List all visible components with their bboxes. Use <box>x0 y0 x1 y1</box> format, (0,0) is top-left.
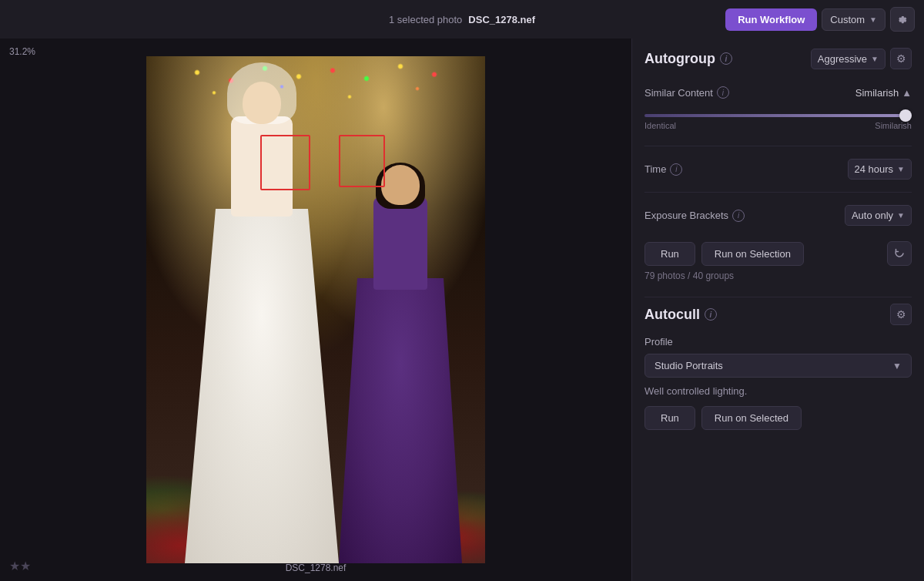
similar-content-info-icon[interactable]: i <box>717 86 729 99</box>
slider-label-min: Identical <box>644 121 676 130</box>
image-container <box>146 56 485 563</box>
exposure-brackets-dropdown[interactable]: Auto only ▼ <box>845 205 912 226</box>
topbar-center: 1 selected photo DSC_1278.nef <box>389 14 535 25</box>
similar-content-slider-section: Identical Similarish <box>644 105 912 139</box>
time-value: 24 hours <box>855 163 894 175</box>
autocull-gear-button[interactable]: ⚙ <box>890 304 912 325</box>
autogroup-title-group: Autogroup i <box>644 51 732 67</box>
time-row: Time i 24 hours ▼ <box>644 153 912 186</box>
bride-dress <box>185 209 339 563</box>
profile-dropdown-label: Studio Portraits <box>654 360 892 371</box>
slider-labels: Identical Similarish <box>644 121 912 130</box>
autogroup-info-icon[interactable]: i <box>720 52 732 65</box>
autocull-info-icon[interactable]: i <box>705 308 717 321</box>
custom-dropdown-label: Custom <box>830 14 865 25</box>
bride-head <box>243 82 281 124</box>
autogroup-preset-dropdown[interactable]: Aggressive ▼ <box>811 49 886 69</box>
similar-content-row: Similar Content i Similarish ▲ <box>644 80 912 105</box>
face-detection-box-1 <box>260 135 310 190</box>
divider-2 <box>644 192 912 193</box>
star-rating[interactable]: ★★ <box>9 559 31 573</box>
autogroup-preset-chevron: ▼ <box>871 55 879 63</box>
autogroup-gear-button[interactable]: ⚙ <box>890 48 912 69</box>
divider-1 <box>644 146 912 146</box>
custom-dropdown[interactable]: Custom ▼ <box>822 8 886 31</box>
bridesmaid-body <box>373 197 427 290</box>
exposure-brackets-chevron: ▼ <box>897 211 905 220</box>
autocull-section: Autocull i ⚙ Profile Studio Portraits ▼ … <box>644 304 912 430</box>
time-dropdown[interactable]: 24 hours ▼ <box>848 159 912 180</box>
face-detection-box-2 <box>339 135 385 187</box>
similar-content-label: Similar Content <box>644 87 713 99</box>
autogroup-section: Autogroup i Aggressive ▼ ⚙ Similar Conte… <box>644 48 912 281</box>
similar-content-slider[interactable] <box>644 114 912 117</box>
bridesmaid-figure <box>339 178 462 563</box>
image-area: 31.2% <box>0 39 631 581</box>
autogroup-title: Autogroup <box>644 51 715 67</box>
autogroup-controls: Aggressive ▼ ⚙ <box>811 48 912 69</box>
exposure-brackets-row: Exposure Brackets i Auto only ▼ <box>644 199 912 232</box>
autogroup-refresh-button[interactable] <box>887 241 912 266</box>
autocull-title: Autocull <box>644 307 700 323</box>
profile-section-label: Profile <box>644 336 912 348</box>
custom-dropdown-chevron: ▼ <box>869 15 877 24</box>
autogroup-stats: 79 photos / 40 groups <box>644 270 912 281</box>
right-panel: Autogroup i Aggressive ▼ ⚙ Similar Conte… <box>631 39 924 581</box>
image-filename-label: DSC_1278.nef <box>286 563 346 573</box>
topbar-filename: DSC_1278.nef <box>468 14 535 25</box>
autogroup-run-on-selection-button[interactable]: Run on Selection <box>701 242 804 266</box>
main-layout: 31.2% <box>0 39 924 581</box>
divider-3 <box>644 297 912 297</box>
exposure-brackets-value: Auto only <box>852 210 893 221</box>
autocull-title-group: Autocull i <box>644 307 717 323</box>
exposure-brackets-label: Exposure Brackets <box>644 210 728 221</box>
bridesmaid-dress <box>339 278 462 563</box>
similar-content-label-group: Similar Content i <box>644 86 729 99</box>
photo-display <box>146 56 485 563</box>
time-info-icon[interactable]: i <box>670 163 682 176</box>
autocull-run-button[interactable]: Run <box>644 406 695 430</box>
topbar: 1 selected photo DSC_1278.nef Run Workfl… <box>0 0 924 39</box>
autogroup-header: Autogroup i Aggressive ▼ ⚙ <box>644 48 912 69</box>
exposure-brackets-info-icon[interactable]: i <box>732 210 745 222</box>
autogroup-run-buttons: Run Run on Selection <box>644 241 912 266</box>
bridesmaid-head <box>381 165 420 205</box>
autocull-description: Well controlled lighting. <box>644 385 912 397</box>
profile-dropdown-chevron: ▼ <box>892 361 902 371</box>
time-dropdown-chevron: ▼ <box>897 165 905 173</box>
time-label-group: Time i <box>644 163 682 176</box>
selected-count: 1 selected photo <box>389 14 462 25</box>
topbar-right: Run Workflow Custom ▼ <box>725 0 924 39</box>
similar-content-value-group: Similarish ▲ <box>855 87 912 99</box>
slider-label-max: Similarish <box>875 121 912 130</box>
zoom-label: 31.2% <box>9 46 35 57</box>
topbar-gear-button[interactable] <box>890 7 915 32</box>
autocull-run-buttons: Run Run on Selected <box>644 406 912 430</box>
autogroup-run-button[interactable]: Run <box>644 242 695 266</box>
profile-dropdown[interactable]: Studio Portraits ▼ <box>644 354 912 378</box>
autocull-run-on-selected-button[interactable]: Run on Selected <box>701 406 802 430</box>
similar-content-collapse-icon[interactable]: ▲ <box>902 87 912 99</box>
autogroup-preset-label: Aggressive <box>818 53 867 65</box>
autocull-header: Autocull i ⚙ <box>644 304 912 325</box>
similar-content-value: Similarish <box>855 87 899 99</box>
exposure-brackets-label-group: Exposure Brackets i <box>644 210 745 222</box>
time-label: Time <box>644 163 666 175</box>
run-workflow-button[interactable]: Run Workflow <box>725 8 817 31</box>
